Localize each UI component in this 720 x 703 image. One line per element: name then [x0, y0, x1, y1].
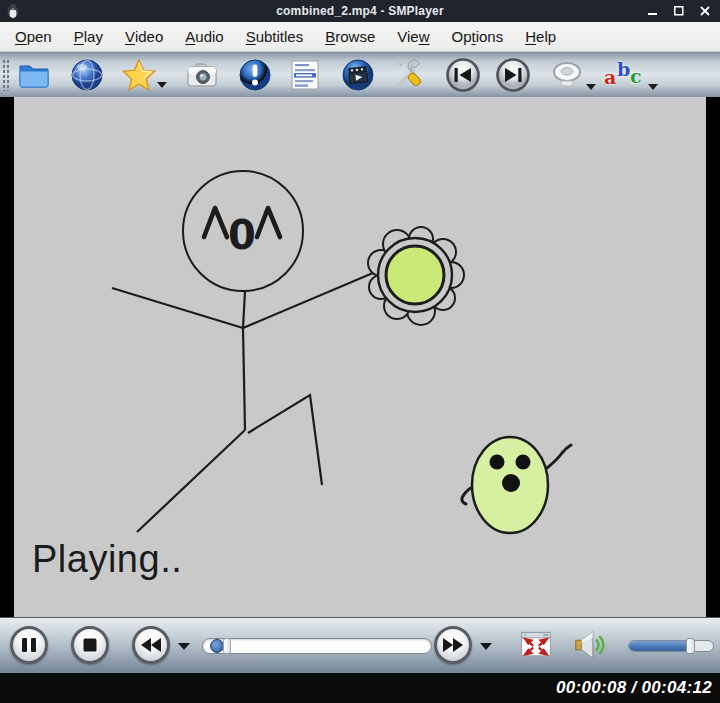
pause-button[interactable]	[10, 626, 48, 664]
previous-button[interactable]	[445, 57, 481, 93]
menu-help[interactable]: Help	[514, 22, 567, 51]
folder-icon	[17, 60, 51, 90]
flower	[368, 227, 464, 325]
menu-open[interactable]: Open	[4, 22, 63, 51]
fullscreen-icon	[518, 628, 554, 662]
open-url-button[interactable]	[69, 57, 105, 93]
titlebar[interactable]: combined_2.mp4 - SMPlayer	[0, 0, 720, 22]
fullscreen-button[interactable]	[518, 627, 554, 663]
menu-play[interactable]: Play	[63, 22, 114, 51]
time-display: 00:00:08 / 00:04:12	[556, 678, 712, 698]
minimize-button[interactable]	[646, 4, 660, 18]
fast-forward-icon	[441, 636, 465, 654]
tools-icon	[391, 58, 425, 92]
chevron-down-icon[interactable]	[480, 643, 492, 650]
rewind-icon	[139, 636, 163, 654]
menubar: OpenPlayVideoAudioSubtitlesBrowseViewOpt…	[0, 22, 720, 52]
control-bar	[0, 617, 720, 673]
close-button[interactable]	[698, 4, 712, 18]
menu-view[interactable]: View	[386, 22, 440, 51]
forward-button[interactable]	[434, 626, 472, 664]
info-icon	[238, 58, 272, 92]
clapperboard-icon	[341, 58, 375, 92]
rewind-button[interactable]	[132, 626, 170, 664]
chevron-down-icon[interactable]	[157, 82, 167, 88]
pause-icon	[19, 636, 39, 654]
volume-icon	[572, 627, 608, 663]
stop-icon	[81, 636, 99, 654]
seek-handle-grip[interactable]	[223, 638, 231, 654]
smplayer-window: combined_2.mp4 - SMPlayer OpenPlayVideoA…	[0, 0, 720, 703]
video-area: 0	[0, 97, 720, 617]
video-frame[interactable]: 0	[14, 97, 706, 617]
chevron-down-icon[interactable]	[178, 643, 190, 650]
playlist-icon	[289, 59, 321, 91]
window-title: combined_2.mp4 - SMPlayer	[0, 4, 720, 18]
screenshot-button[interactable]	[184, 57, 220, 93]
favorites-button[interactable]	[121, 57, 157, 93]
abc-subtitles-icon: a b c	[602, 58, 646, 92]
previous-track-icon	[445, 57, 481, 93]
egg-character	[462, 437, 571, 533]
menu-subtitles[interactable]: Subtitles	[235, 22, 315, 51]
menu-browse[interactable]: Browse	[314, 22, 386, 51]
video-caption: Playing..	[32, 538, 182, 581]
subtitles-button[interactable]: a b c	[602, 57, 646, 93]
globe-icon	[70, 58, 104, 92]
seek-track[interactable]	[202, 638, 432, 654]
toolbar-grip[interactable]	[2, 59, 10, 91]
toolbar: a b c	[0, 52, 720, 97]
chevron-down-icon[interactable]	[586, 84, 596, 90]
minimize-icon	[648, 6, 658, 16]
audio-track-button[interactable]	[549, 57, 585, 93]
seek-handle[interactable]	[210, 639, 224, 653]
video-settings-button[interactable]	[340, 57, 376, 93]
camera-icon	[185, 60, 219, 90]
maximize-icon	[674, 6, 684, 16]
mute-button[interactable]	[572, 627, 608, 663]
volume-fill	[629, 641, 690, 651]
volume-slider[interactable]	[628, 640, 714, 652]
volume-handle[interactable]	[686, 638, 695, 654]
menu-video[interactable]: Video	[114, 22, 174, 51]
seek-slider[interactable]	[202, 638, 432, 654]
information-button[interactable]	[237, 57, 273, 93]
open-file-button[interactable]	[16, 57, 52, 93]
chevron-down-icon[interactable]	[648, 84, 658, 90]
maximize-button[interactable]	[672, 4, 686, 18]
menu-audio[interactable]: Audio	[174, 22, 234, 51]
preferences-button[interactable]	[390, 57, 426, 93]
star-icon	[121, 58, 157, 92]
face-mouth-zero: 0	[228, 212, 256, 258]
next-track-icon	[495, 57, 531, 93]
next-button[interactable]	[495, 57, 531, 93]
menu-options[interactable]: Options	[441, 22, 515, 51]
speaker-oval-icon	[549, 59, 585, 91]
status-bar: 00:00:08 / 00:04:12	[0, 673, 720, 703]
close-icon	[700, 6, 710, 16]
stop-button[interactable]	[71, 626, 109, 664]
playlist-button[interactable]	[287, 57, 323, 93]
